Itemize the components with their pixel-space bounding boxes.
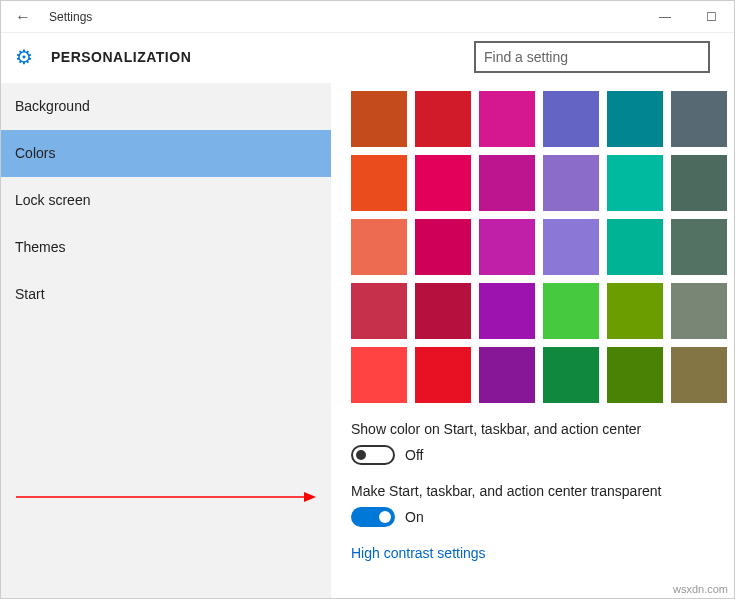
color-swatch[interactable] [415, 155, 471, 211]
color-swatch[interactable] [543, 347, 599, 403]
header: ⚙ PERSONALIZATION [1, 33, 734, 83]
color-swatch[interactable] [543, 219, 599, 275]
setting-label-transparent: Make Start, taskbar, and action center t… [351, 483, 714, 499]
color-swatch[interactable] [543, 283, 599, 339]
color-swatch[interactable] [351, 219, 407, 275]
back-button[interactable]: ← [1, 8, 45, 26]
minimize-button[interactable]: — [642, 10, 688, 24]
color-swatch[interactable] [607, 283, 663, 339]
color-swatch[interactable] [351, 283, 407, 339]
window-title: Settings [45, 10, 642, 24]
sidebar: BackgroundColorsLock screenThemesStart [1, 83, 331, 599]
color-swatch-grid [351, 91, 714, 403]
sidebar-item-start[interactable]: Start [1, 271, 331, 318]
color-swatch[interactable] [671, 283, 727, 339]
main-panel: Show color on Start, taskbar, and action… [331, 83, 734, 599]
sidebar-item-colors[interactable]: Colors [1, 130, 331, 177]
color-swatch[interactable] [671, 347, 727, 403]
sidebar-item-themes[interactable]: Themes [1, 224, 331, 271]
color-swatch[interactable] [607, 91, 663, 147]
color-swatch[interactable] [671, 219, 727, 275]
color-swatch[interactable] [671, 91, 727, 147]
page-title: PERSONALIZATION [51, 49, 474, 65]
color-swatch[interactable] [479, 283, 535, 339]
toggle-transparent[interactable] [351, 507, 395, 527]
color-swatch[interactable] [479, 155, 535, 211]
color-swatch[interactable] [671, 155, 727, 211]
toggle-show-color[interactable] [351, 445, 395, 465]
color-swatch[interactable] [415, 219, 471, 275]
sidebar-item-lock-screen[interactable]: Lock screen [1, 177, 331, 224]
toggle-show-color-value: Off [405, 447, 423, 463]
setting-label-show-color: Show color on Start, taskbar, and action… [351, 421, 714, 437]
color-swatch[interactable] [351, 155, 407, 211]
color-swatch[interactable] [607, 347, 663, 403]
high-contrast-link[interactable]: High contrast settings [351, 545, 714, 561]
gear-icon: ⚙ [15, 45, 33, 69]
color-swatch[interactable] [607, 155, 663, 211]
color-swatch[interactable] [415, 347, 471, 403]
search-box[interactable] [474, 41, 710, 73]
color-swatch[interactable] [479, 219, 535, 275]
color-swatch[interactable] [351, 347, 407, 403]
color-swatch[interactable] [607, 219, 663, 275]
search-input[interactable] [484, 49, 700, 65]
sidebar-item-background[interactable]: Background [1, 83, 331, 130]
color-swatch[interactable] [479, 91, 535, 147]
color-swatch[interactable] [543, 91, 599, 147]
watermark: wsxdn.com [673, 583, 728, 595]
color-swatch[interactable] [415, 283, 471, 339]
color-swatch[interactable] [543, 155, 599, 211]
toggle-transparent-value: On [405, 509, 424, 525]
titlebar: ← Settings — ☐ [1, 1, 734, 33]
maximize-button[interactable]: ☐ [688, 10, 734, 24]
color-swatch[interactable] [479, 347, 535, 403]
color-swatch[interactable] [351, 91, 407, 147]
color-swatch[interactable] [415, 91, 471, 147]
